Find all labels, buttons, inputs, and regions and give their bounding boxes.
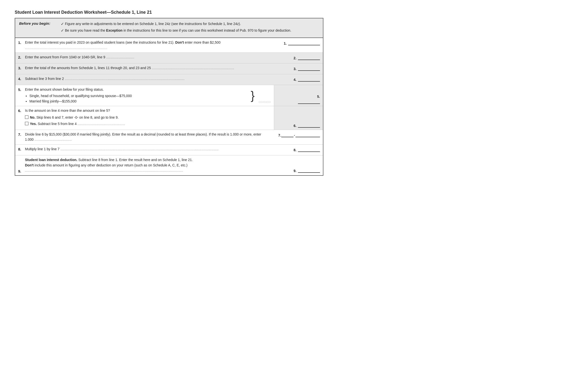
row-6-yes-text: Yes. Subtract line 5 from line 4 .......… (30, 121, 125, 127)
row-8-line-label: 8. (294, 148, 296, 152)
row-6-no-text: No. Skip lines 6 and 7, enter -0- on lin… (30, 115, 119, 120)
row-5-left: 5. Enter the amount shown below for your… (15, 85, 274, 106)
row-7-decimal: . (294, 132, 295, 137)
row-8-dots: ........................................… (61, 147, 219, 151)
worksheet: Before you begin: ✓ Figure any write-in … (15, 18, 323, 176)
row-6-input[interactable] (298, 122, 320, 128)
row-5-content: Enter the amount shown below for your fi… (25, 87, 271, 104)
row-4-content: Subtract line 3 from line 2 ............… (25, 76, 266, 82)
row-2-input[interactable] (298, 55, 320, 60)
row-6-dots: ........................................… (78, 122, 125, 126)
row-4-line-label: 4. (294, 78, 296, 82)
row-8-num: 8. (18, 147, 25, 151)
row-1-line-label: 1. (284, 41, 287, 45)
row-5-bullet-1: Single, head of household, or qualifying… (29, 93, 247, 99)
row-2: 2. Enter the amount from Form 1040 or 10… (15, 53, 323, 63)
row-9-content: Student loan interest deduction. Subtrac… (25, 157, 266, 173)
row-6-left: 6. Is the amount on line 4 more than the… (15, 106, 274, 129)
row-3-input[interactable] (298, 65, 320, 71)
row-6-num: 6. (18, 108, 25, 113)
row-1: 1. Enter the total interest you paid in … (15, 38, 323, 53)
check-icon-2: ✓ (61, 28, 64, 34)
row-6-no-row: No. Skip lines 6 and 7, enter -0- on lin… (25, 115, 271, 120)
row-3-line-label: 3. (294, 67, 296, 71)
row-1-content: Enter the total interest you paid in 202… (25, 40, 281, 50)
row-9-input[interactable] (298, 167, 320, 173)
row-2-line-label: 2. (294, 56, 296, 60)
row-6-line-label: 6. (294, 124, 296, 128)
row-7-dots: ................................. (35, 138, 72, 141)
row-4-dots: ........................................… (65, 77, 185, 81)
row-9-num: 9. (18, 169, 25, 173)
before-begin-content: ✓ Figure any write-in adjustments to be … (61, 21, 291, 35)
row-9-line-label: 9. (294, 169, 296, 173)
row-3: 3. Enter the total of the amounts from S… (15, 63, 323, 74)
row-6: 6. Is the amount on line 4 more than the… (15, 106, 323, 130)
row-5: 5. Enter the amount shown below for your… (15, 85, 323, 106)
row-1-input[interactable] (288, 40, 320, 45)
row-8-content: Multiply line 1 by line 7 ..............… (25, 147, 266, 152)
row-5-brace: } (249, 87, 256, 104)
row-4-input[interactable] (298, 76, 320, 82)
row-6-no-checkbox[interactable] (25, 115, 28, 119)
row-3-right: 3. (266, 65, 320, 71)
row-7-line-label: 7. (278, 133, 281, 137)
row-2-num: 2. (18, 55, 25, 59)
row-9-right: 9. (266, 167, 320, 173)
row-7-num: 7. (18, 132, 25, 137)
row-5-num: 5. (18, 87, 25, 92)
row-7-input-left[interactable] (281, 132, 294, 137)
before-begin-item2: Be sure you have read the Exception in t… (65, 28, 291, 34)
before-begin-section: Before you begin: ✓ Figure any write-in … (15, 18, 323, 38)
page-title: Student Loan Interest Deduction Workshee… (15, 10, 573, 15)
row-5-heading: Enter the amount shown below for your fi… (25, 87, 247, 92)
row-7-input-right[interactable] (295, 132, 320, 137)
row-2-right: 2. (266, 55, 320, 61)
row-7: 7. Divide line 6 by $15,000 ($30,000 if … (15, 130, 323, 145)
row-6-content: Is the amount on line 4 more than the am… (25, 108, 271, 127)
row-5-right: 5. (274, 85, 323, 106)
row-8: 8. Multiply line 1 by line 7 ...........… (15, 145, 323, 155)
row-5-input[interactable] (298, 99, 320, 104)
row-2-dots: ......................... (106, 55, 135, 59)
row-3-content: Enter the total of the amounts from Sche… (25, 65, 266, 71)
row-6-yes-row: Yes. Subtract line 5 from line 4 .......… (25, 121, 271, 127)
row-6-yes-checkbox[interactable] (25, 122, 28, 125)
row-1-right: 1. (281, 40, 320, 46)
row-6-question: Is the amount on line 4 more than the am… (25, 108, 271, 113)
row-4-num: 4. (18, 76, 25, 81)
before-begin-item1: Figure any write-in adjustments to be en… (65, 21, 241, 27)
row-6-right: 6. (274, 106, 323, 129)
row-1-dots: ........................................… (25, 46, 108, 50)
row-8-right: 8. (266, 147, 320, 152)
row-4: 4. Subtract line 3 from line 2 .........… (15, 74, 323, 85)
row-7-content: Divide line 6 by $15,000 ($30,000 if mar… (25, 132, 271, 142)
row-2-content: Enter the amount from Form 1040 or 1040-… (25, 55, 266, 60)
row-5-dots: ........... (258, 87, 271, 104)
row-9-dots: ........................................… (25, 169, 183, 172)
row-9: 9. Student loan interest deduction. Subt… (15, 155, 323, 175)
check-icon-1: ✓ (61, 21, 64, 27)
row-6-checkboxes: No. Skip lines 6 and 7, enter -0- on lin… (25, 115, 271, 126)
row-4-right: 4. (266, 76, 320, 82)
row-5-text: Enter the amount shown below for your fi… (25, 87, 247, 104)
row-1-num: 1. (18, 40, 25, 45)
row-3-num: 3. (18, 65, 25, 70)
row-5-bullet-2: Married filing jointly—$155,000 (29, 99, 247, 104)
row-7-right: 7. . (271, 132, 320, 138)
row-5-line-label: 5. (317, 95, 320, 99)
row-8-input[interactable] (298, 147, 320, 152)
row-3-dots: ........................................… (152, 66, 234, 70)
before-begin-label: Before you begin: (19, 21, 58, 35)
